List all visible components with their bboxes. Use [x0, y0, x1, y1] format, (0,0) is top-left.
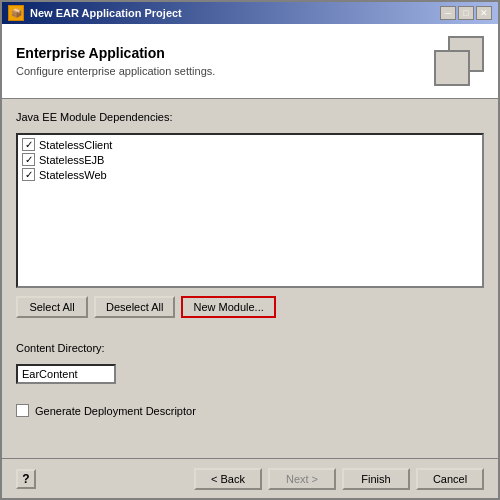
content-dir-input[interactable] — [16, 364, 116, 384]
help-button[interactable]: ? — [16, 469, 36, 489]
module-button-row: Select All Deselect All New Module... — [16, 296, 484, 318]
footer-buttons: < Back Next > Finish Cancel — [194, 468, 484, 490]
ear-project-icon — [434, 36, 484, 86]
header-section: Enterprise Application Configure enterpr… — [2, 24, 498, 99]
page-title: Enterprise Application — [16, 45, 215, 61]
deployment-descriptor-row: Generate Deployment Descriptor — [16, 404, 484, 417]
module-label-statelessclient: StatelessClient — [39, 139, 112, 151]
list-item: StatelessClient — [20, 137, 480, 152]
title-controls: ─ □ ✕ — [440, 6, 492, 20]
body-section: Java EE Module Dependencies: StatelessCl… — [2, 99, 498, 458]
module-deps-label: Java EE Module Dependencies: — [16, 111, 484, 123]
deployment-descriptor-label: Generate Deployment Descriptor — [35, 405, 196, 417]
window-title: New EAR Application Project — [30, 7, 182, 19]
checkbox-statelessejb[interactable] — [22, 153, 35, 166]
maximize-button[interactable]: □ — [458, 6, 474, 20]
module-list-box[interactable]: StatelessClient StatelessEJB StatelessWe… — [16, 133, 484, 288]
cancel-button[interactable]: Cancel — [416, 468, 484, 490]
select-all-button[interactable]: Select All — [16, 296, 88, 318]
new-module-button[interactable]: New Module... — [181, 296, 275, 318]
checkbox-statelessclient[interactable] — [22, 138, 35, 151]
deselect-all-button[interactable]: Deselect All — [94, 296, 175, 318]
title-bar-content: 📦 New EAR Application Project — [8, 5, 182, 21]
finish-button[interactable]: Finish — [342, 468, 410, 490]
checkbox-statelessweb[interactable] — [22, 168, 35, 181]
icon-box-front — [434, 50, 470, 86]
close-button[interactable]: ✕ — [476, 6, 492, 20]
header-left: Enterprise Application Configure enterpr… — [16, 45, 215, 77]
title-bar: 📦 New EAR Application Project ─ □ ✕ — [2, 2, 498, 24]
back-button[interactable]: < Back — [194, 468, 262, 490]
list-item: StatelessEJB — [20, 152, 480, 167]
list-item: StatelessWeb — [20, 167, 480, 182]
deployment-descriptor-checkbox[interactable] — [16, 404, 29, 417]
window-icon: 📦 — [8, 5, 24, 21]
footer: ? < Back Next > Finish Cancel — [2, 458, 498, 498]
module-label-statelessweb: StatelessWeb — [39, 169, 107, 181]
next-button[interactable]: Next > — [268, 468, 336, 490]
module-label-statelessejb: StatelessEJB — [39, 154, 104, 166]
main-window: 📦 New EAR Application Project ─ □ ✕ Ente… — [0, 0, 500, 500]
minimize-button[interactable]: ─ — [440, 6, 456, 20]
page-subtitle: Configure enterprise application setting… — [16, 65, 215, 77]
content-dir-label: Content Directory: — [16, 342, 484, 354]
